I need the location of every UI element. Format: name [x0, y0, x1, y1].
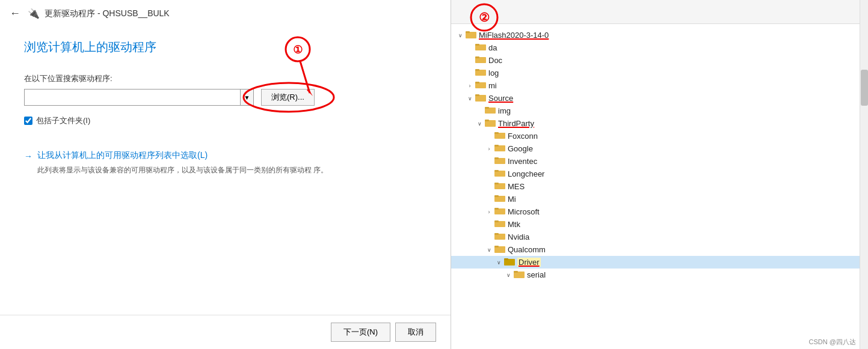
item-label: Mi: [508, 195, 516, 204]
folder-icon: [475, 68, 486, 78]
tree-item-mi[interactable]: Mi: [451, 193, 868, 205]
item-label: Source: [488, 94, 513, 103]
tree-item-img[interactable]: img: [451, 105, 868, 117]
svg-rect-30: [494, 170, 499, 172]
tree-item-driver[interactable]: ∨ Driver: [451, 256, 868, 269]
folder-icon: [475, 43, 486, 53]
dialog-title: 更新驱动程序 - QHSUSB__BULK: [45, 8, 170, 19]
expand-icon[interactable]: ∨: [504, 272, 512, 278]
driver-update-dialog: ← 🔌 更新驱动程序 - QHSUSB__BULK 浏览计算机上的驱动程序 在以…: [0, 0, 451, 349]
scrollbar[interactable]: [860, 0, 868, 349]
folder-icon: [494, 131, 505, 141]
expand-icon[interactable]: ∨: [475, 121, 484, 127]
tree-item-log[interactable]: log: [451, 67, 868, 79]
tree-item-mi[interactable]: › mi: [451, 79, 868, 92]
dropdown-arrow[interactable]: ▼: [241, 89, 254, 106]
folder-icon: [494, 207, 505, 217]
link-row: → 让我从计算机上的可用驱动程序列表中选取(L): [24, 150, 426, 161]
svg-rect-14: [475, 69, 479, 71]
item-label: Inventec: [508, 157, 537, 166]
checkbox-label: 包括子文件夹(I): [36, 115, 90, 126]
item-label: log: [488, 68, 499, 77]
svg-rect-42: [494, 246, 499, 247]
folder-icon: [494, 194, 505, 204]
driver-list-link[interactable]: 让我从计算机上的可用驱动程序列表中选取(L): [37, 150, 208, 161]
expand-icon[interactable]: ∨: [456, 32, 464, 38]
tree-item-google[interactable]: › Google: [451, 142, 868, 155]
tree-item-qualcomm[interactable]: ∨ Qualcomm: [451, 243, 868, 256]
item-label: Longcheer: [508, 169, 544, 178]
subfolder-checkbox[interactable]: [24, 117, 32, 125]
folder-icon: [475, 55, 486, 65]
tree-item-mes[interactable]: MES: [451, 180, 868, 193]
expand-icon[interactable]: ›: [485, 146, 493, 152]
search-row: ▼ 浏览(R)...: [24, 89, 426, 106]
folder-icon: [514, 270, 525, 280]
folder-icon: [494, 219, 505, 229]
search-label: 在以下位置搜索驱动程序:: [24, 73, 426, 84]
browse-button[interactable]: 浏览(R)...: [261, 89, 315, 106]
tree-item-serial[interactable]: ∨ serial: [451, 269, 868, 281]
dialog-footer: 下一页(N) 取消: [0, 315, 451, 349]
svg-rect-10: [475, 44, 479, 46]
link-section: → 让我从计算机上的可用驱动程序列表中选取(L) 此列表将显示与该设备兼容的可用…: [24, 150, 426, 175]
folder-icon: [494, 144, 505, 154]
title-bar: ← 🔌 更新驱动程序 - QHSUSB__BULK: [0, 0, 451, 27]
tree-item-microsoft[interactable]: › Microsoft: [451, 205, 868, 218]
tree-item-mtk[interactable]: Mtk: [451, 218, 868, 231]
folder-icon: [504, 257, 515, 267]
back-button[interactable]: ←: [10, 7, 20, 20]
path-input[interactable]: [24, 89, 241, 106]
item-label: ThirdParty: [498, 119, 534, 128]
expand-icon[interactable]: ∨: [485, 247, 493, 253]
folder-icon: [494, 169, 505, 179]
item-label: MiFlash2020-3-14-0: [479, 31, 549, 40]
file-tree: ∨ MiFlash2020-3-14-0 da Doc log› mi∨ Sou…: [451, 24, 868, 349]
expand-icon[interactable]: ∨: [466, 96, 474, 102]
svg-rect-22: [485, 120, 489, 121]
svg-rect-44: [504, 258, 508, 260]
tree-item-inventec[interactable]: Inventec: [451, 155, 868, 168]
tree-item-source[interactable]: ∨ Source: [451, 92, 868, 105]
item-label: Google: [508, 144, 533, 153]
file-tree-panel: ② ∨ MiFlash2020-3-14-0 da Doc log› mi∨: [451, 0, 868, 349]
tree-item-da[interactable]: da: [451, 41, 868, 54]
folder-icon: [494, 156, 505, 166]
svg-rect-8: [466, 31, 470, 33]
item-label: img: [498, 106, 511, 115]
footer-note: CSDN @四八达: [809, 338, 856, 347]
expand-icon[interactable]: ›: [485, 209, 493, 215]
tree-item-miflash2020-3-14-0[interactable]: ∨ MiFlash2020-3-14-0: [451, 29, 868, 41]
item-label: Doc: [488, 56, 502, 65]
item-label: mi: [488, 81, 497, 90]
item-label: Mtk: [508, 220, 520, 229]
cancel-button[interactable]: 取消: [395, 323, 436, 342]
item-label: Nvidia: [508, 232, 529, 241]
tree-item-nvidia[interactable]: Nvidia: [451, 231, 868, 243]
svg-rect-38: [494, 220, 499, 222]
scrollbar-thumb[interactable]: [861, 70, 868, 106]
expand-icon[interactable]: ›: [466, 83, 474, 89]
svg-rect-16: [475, 82, 479, 83]
svg-rect-12: [475, 56, 479, 58]
folder-icon: [475, 80, 486, 91]
item-label: serial: [527, 270, 546, 279]
panel-header: [451, 0, 868, 24]
svg-rect-20: [485, 107, 489, 109]
folder-icon: [485, 118, 496, 129]
link-arrow-icon: →: [24, 151, 32, 161]
folder-icon: [475, 93, 486, 103]
svg-rect-40: [494, 233, 499, 235]
folder-icon: [494, 232, 505, 242]
svg-rect-28: [494, 157, 499, 159]
tree-item-foxconn[interactable]: Foxconn: [451, 130, 868, 142]
svg-rect-26: [494, 145, 499, 147]
checkbox-row: 包括子文件夹(I): [24, 115, 426, 126]
tree-item-thirdparty[interactable]: ∨ ThirdParty: [451, 117, 868, 130]
expand-icon[interactable]: ∨: [494, 259, 503, 266]
next-button[interactable]: 下一页(N): [331, 323, 390, 342]
item-label: Foxconn: [508, 132, 538, 141]
tree-item-longcheer[interactable]: Longcheer: [451, 168, 868, 180]
section-title: 浏览计算机上的驱动程序: [24, 39, 426, 55]
tree-item-doc[interactable]: Doc: [451, 54, 868, 67]
